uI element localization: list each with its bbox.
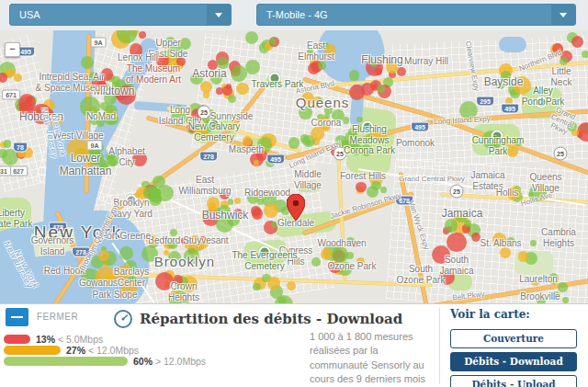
map-label: Pomonok	[396, 138, 435, 149]
map-label: Jamaica	[442, 208, 483, 221]
map-label: Ridgewood	[244, 188, 290, 199]
zoom-out-button[interactable]: −	[5, 42, 20, 57]
route-shield: 9A	[91, 38, 107, 48]
map-label: Liberty State Park	[0, 208, 32, 229]
map-label: Queens Village	[529, 172, 561, 193]
network-dropdown-value: T-Mobile - 4G	[266, 5, 328, 25]
coverage-dot	[367, 186, 379, 198]
chevron-down-icon[interactable]	[207, 5, 231, 25]
map-label: Cambria Heights	[541, 227, 576, 248]
map-label: Brooklyn	[154, 254, 215, 269]
coverage-button[interactable]: Couverture	[450, 329, 577, 348]
map-label: Crown Heights	[168, 281, 199, 302]
coverage-dot	[349, 70, 360, 81]
map-label: Middle Village	[294, 169, 322, 190]
close-panel-button[interactable]	[6, 308, 28, 326]
map-label: Little Neck	[548, 66, 575, 87]
route-shield: 31	[0, 166, 11, 176]
map-label: Corona	[311, 118, 342, 129]
sensorly-map-app: USA T-Mobile - 4G + − 4959A9A67178627312…	[0, 0, 588, 387]
map-label: NoMad	[86, 111, 116, 122]
map-label: Woodhaven	[317, 238, 366, 249]
coverage-dot	[251, 206, 260, 215]
map-label: Queens	[296, 95, 350, 110]
coverage-dot	[500, 247, 511, 258]
country-dropdown[interactable]: USA	[9, 4, 232, 26]
map-label: Alphabet City	[108, 146, 144, 167]
legend-pct: 27%	[66, 345, 85, 356]
coverage-dot	[4, 140, 11, 147]
map-label: Alley Pond Park	[522, 85, 565, 107]
map-label: Bedford Stuyvesant	[148, 235, 228, 246]
download-speeds-button[interactable]: Débits - Download	[450, 352, 577, 371]
map-label: Bayside	[484, 76, 524, 89]
map-label: Murray Hill	[404, 56, 448, 67]
close-panel-label[interactable]: FERMER	[37, 312, 78, 322]
coverage-dot	[236, 83, 249, 96]
route-shield: 495	[266, 154, 285, 165]
route-shield: 495	[411, 122, 429, 132]
coverage-dot	[253, 283, 261, 291]
coverage-dot	[287, 281, 296, 290]
coverage-dot	[560, 57, 568, 65]
coverage-dot	[254, 160, 260, 166]
water-area	[499, 37, 526, 52]
map-label: Bushwick	[202, 210, 249, 222]
top-bar: USA T-Mobile - 4G	[0, 0, 588, 30]
coverage-dot	[234, 198, 241, 204]
coverage-map[interactable]: + − 4959A9A67178627312527849549525295495…	[0, 30, 588, 303]
map-label: Brookville	[520, 291, 560, 302]
coverage-dot	[356, 182, 366, 192]
coverage-dot	[119, 246, 133, 260]
coverage-dot	[203, 91, 209, 97]
map-label: Intrepid Sea, Air & Space Museum	[36, 72, 108, 93]
coverage-dot	[269, 38, 276, 44]
country-dropdown-value: USA	[19, 5, 40, 25]
map-label: Ozone Park	[328, 261, 377, 272]
route-shield: 671	[2, 90, 20, 100]
legend-label: > 12.0Mbps	[153, 356, 206, 367]
coverage-dot	[577, 122, 588, 141]
route-shield: 25	[554, 147, 568, 161]
coverage-dot	[228, 95, 236, 103]
map-label: Park Slope	[93, 290, 138, 301]
panel-title: Répartition des débits - Download	[140, 311, 402, 327]
coverage-dot	[582, 51, 588, 58]
map-label: Grand Central Pkwy	[399, 175, 465, 183]
map-label: Governors Island	[31, 235, 74, 256]
legend-label: < 5.0Mbps	[55, 334, 103, 345]
coverage-dot	[288, 137, 300, 149]
coverage-dot	[375, 68, 382, 75]
map-label: Lower Manhattan	[60, 153, 112, 178]
coverage-dot	[81, 56, 94, 69]
legend-label: < 12.0Mbps	[85, 345, 139, 356]
measurements-description: 1 000 à 1 800 mesures réalisées par la c…	[310, 330, 436, 387]
map-label: Cunningham Park	[472, 135, 525, 156]
panel-divider	[439, 308, 440, 384]
upload-speeds-button[interactable]: Débits - Upload	[450, 375, 577, 387]
map-label: Astoria	[192, 68, 226, 81]
route-shield: 25	[450, 185, 464, 199]
coverage-dot	[271, 222, 277, 228]
coverage-dot	[257, 198, 265, 205]
network-dropdown[interactable]: T-Mobile - 4G	[256, 4, 576, 26]
speedometer-icon	[113, 309, 133, 329]
legend-bar-red	[4, 335, 30, 344]
map-label: East Elmhurst	[298, 40, 334, 62]
coverage-dot	[361, 83, 374, 96]
map-label: Gowanus	[79, 278, 118, 289]
map-label: St. Albans	[480, 238, 521, 249]
map-label: The Evergreens Cemetery	[232, 250, 297, 271]
coverage-dot	[445, 219, 458, 233]
map-label: Flushing	[361, 54, 402, 67]
legend-pct: 60%	[133, 356, 153, 367]
map-mode-heading: Voir la carte:	[450, 308, 530, 321]
map-label: East Williamsburg	[178, 175, 231, 196]
map-label: South Jamaica	[439, 255, 473, 276]
coverage-dot	[377, 85, 385, 93]
map-label: Laurelton	[519, 274, 558, 285]
coverage-dot	[117, 30, 136, 43]
chevron-down-icon[interactable]	[551, 5, 575, 25]
map-label: Barclays Center	[114, 267, 149, 288]
route-shield: 627	[9, 166, 28, 176]
